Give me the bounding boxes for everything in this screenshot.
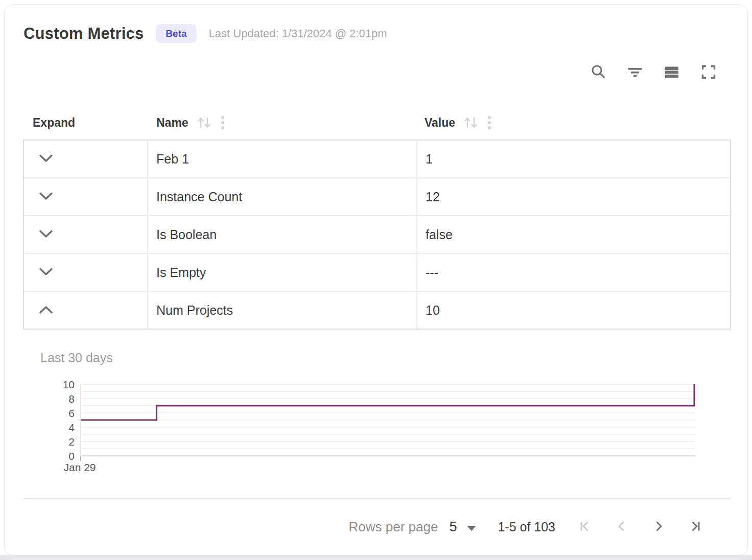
chevron-down-icon	[39, 268, 53, 277]
beta-badge: Beta	[156, 24, 196, 43]
expand-cell	[24, 292, 148, 329]
value-cell: 10	[417, 292, 730, 329]
expand-row-button[interactable]	[39, 230, 53, 240]
first-page-button[interactable]	[578, 519, 592, 535]
table-toolbar	[590, 64, 717, 81]
rows-per-page-select[interactable]: 5	[449, 519, 476, 535]
density-button[interactable]	[663, 64, 680, 81]
search-button[interactable]	[590, 64, 607, 81]
rows-per-page-value: 5	[449, 519, 457, 535]
filter-icon	[627, 64, 643, 82]
last-page-icon	[688, 519, 702, 535]
card-header: Custom Metrics Beta Last Updated: 1/31/2…	[24, 24, 387, 43]
table-row: Feb 11	[24, 141, 730, 178]
expand-row-button[interactable]	[39, 268, 53, 277]
value-cell: 12	[417, 178, 730, 215]
column-menu-icon[interactable]	[486, 115, 492, 130]
svg-text:8: 8	[68, 393, 75, 405]
fullscreen-button[interactable]	[700, 64, 717, 81]
column-header-name[interactable]: Name	[147, 115, 416, 130]
last-updated-text: Last Updated: 1/31/2024 @ 2:01pm	[209, 27, 387, 40]
sort-icon[interactable]	[462, 115, 480, 130]
column-label: Value	[425, 116, 455, 130]
svg-text:6: 6	[68, 407, 75, 419]
column-label: Expand	[33, 116, 75, 130]
expand-cell	[24, 254, 148, 291]
density-icon	[664, 64, 680, 82]
svg-text:0: 0	[68, 450, 75, 462]
value-cell: ---	[417, 254, 730, 291]
last-page-button[interactable]	[688, 519, 702, 535]
value-cell: false	[417, 216, 730, 253]
expand-cell	[24, 216, 148, 253]
page-background-strip	[0, 555, 752, 560]
chevron-left-icon	[615, 519, 629, 535]
num-projects-line-chart: 0246810Jan 29	[41, 376, 726, 481]
column-label: Name	[156, 116, 189, 130]
table-row: Instance Count12	[24, 178, 730, 216]
column-header-value[interactable]: Value	[416, 115, 731, 130]
chevron-down-icon	[39, 154, 53, 164]
table-row: Num Projects10	[24, 292, 730, 329]
name-cell: Instance Count	[148, 178, 417, 215]
expand-cell	[24, 141, 148, 177]
page-title: Custom Metrics	[24, 25, 144, 43]
chevron-right-icon	[651, 519, 666, 535]
fullscreen-icon	[700, 64, 717, 82]
custom-metrics-card: Custom Metrics Beta Last Updated: 1/31/2…	[4, 4, 748, 555]
svg-text:Jan 29: Jan 29	[63, 461, 96, 473]
collapse-row-button[interactable]	[39, 306, 53, 315]
name-cell: Feb 1	[148, 141, 417, 177]
column-menu-icon[interactable]	[220, 115, 226, 130]
svg-text:4: 4	[68, 422, 75, 433]
name-cell: Is Empty	[148, 254, 417, 291]
next-page-button[interactable]	[651, 519, 666, 535]
table-row: Is Booleanfalse	[24, 216, 730, 254]
table-header-row: Expand Name Value	[23, 108, 731, 137]
expand-row-button[interactable]	[39, 192, 53, 202]
name-cell: Is Boolean	[148, 216, 417, 253]
chevron-down-icon	[39, 192, 53, 202]
chart-title: Last 30 days	[40, 351, 113, 365]
svg-text:2: 2	[68, 436, 75, 448]
value-cell: 1	[417, 141, 730, 177]
chevron-up-icon	[39, 306, 53, 315]
metrics-table: Feb 11Instance Count12Is BooleanfalseIs …	[23, 139, 731, 330]
name-cell: Num Projects	[148, 292, 417, 329]
first-page-icon	[578, 519, 592, 535]
table-footer: Rows per page 5 1-5 of 103	[24, 498, 731, 555]
svg-text:10: 10	[63, 379, 75, 390]
expand-row-button[interactable]	[39, 154, 53, 164]
pagination-controls	[578, 519, 702, 535]
pagination-range-label: 1-5 of 103	[498, 520, 555, 534]
expand-cell	[24, 178, 148, 215]
column-header-expand: Expand	[23, 116, 147, 130]
search-icon	[590, 63, 607, 82]
previous-page-button[interactable]	[615, 519, 629, 535]
table-row: Is Empty---	[24, 254, 730, 292]
chevron-down-icon	[39, 230, 53, 240]
filter-button[interactable]	[626, 64, 644, 81]
chevron-down-icon	[467, 526, 476, 531]
rows-per-page-label: Rows per page	[348, 519, 438, 535]
sort-icon[interactable]	[196, 115, 213, 130]
